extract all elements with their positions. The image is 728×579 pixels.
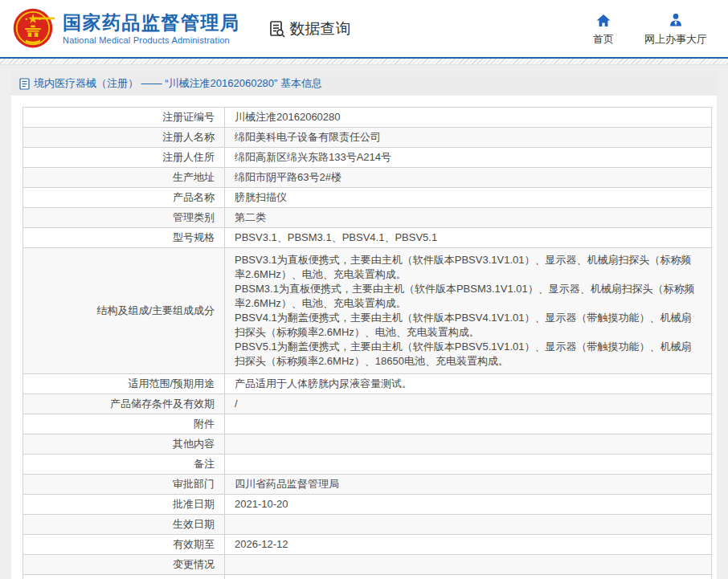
row-value: 绵阳市阴平路63号2#楼 (225, 168, 712, 188)
row-label: 注册人名称 (23, 128, 225, 148)
row-value: 详情 (225, 575, 712, 579)
row-label: 结构及组成/主要组成成分 (23, 248, 225, 374)
table-row: 产品储存条件及有效期 / (23, 394, 712, 414)
row-label: 审批部门 (23, 475, 225, 495)
brand: 国家药品监督管理局 National Medical Products Admi… (0, 7, 240, 51)
nav-home[interactable]: 首页 (587, 10, 620, 47)
table-row: 结构及组成/主要组成成分 PBSV3.1为直板便携式，主要由主机（软件版本PBS… (23, 248, 712, 374)
org-name-en: National Medical Products Administration (63, 35, 240, 45)
row-label: 生产地址 (23, 168, 225, 188)
row-label: 型号规格 (23, 228, 225, 248)
table-row: 型号规格 PBSV3.1、PBSM3.1、PBSV4.1、PBSV5.1 (23, 228, 712, 248)
row-value: 绵阳高新区绵兴东路133号A214号 (225, 148, 712, 168)
row-value (225, 455, 712, 475)
table-row: 生产地址 绵阳市阴平路63号2#楼 (23, 168, 712, 188)
row-value: 产品适用于人体膀胱内尿液容量测试。 (225, 374, 712, 394)
row-label: 附件 (23, 414, 225, 434)
home-icon (595, 10, 611, 28)
row-label: 其他内容 (23, 434, 225, 455)
row-value: / (225, 394, 712, 414)
row-value: 第二类 (225, 208, 712, 228)
row-value: 膀胱扫描仪 (225, 188, 712, 208)
hatch-band (0, 59, 728, 65)
document-icon (19, 78, 30, 90)
content-card: 境内医疗器械（注册） —— “川械注准20162060280” 基本信息 注册证… (11, 71, 717, 579)
row-value: 四川省药品监督管理局 (225, 475, 712, 495)
national-emblem-icon (11, 7, 55, 51)
row-value (225, 555, 712, 575)
table-row: 适用范围/预期用途 产品适用于人体膀胱内尿液容量测试。 (23, 374, 712, 394)
data-query-heading: 数据查询 (268, 18, 351, 39)
row-value (225, 434, 712, 455)
row-label: 注 (23, 575, 225, 579)
row-label: 适用范围/预期用途 (23, 374, 225, 394)
row-label: 批准日期 (23, 495, 225, 515)
row-label: 注册证编号 (23, 108, 225, 128)
row-value (225, 414, 712, 434)
table-row: 审批部门 四川省药品监督管理局 (23, 475, 712, 495)
row-value (225, 515, 712, 535)
table-row: 注册人名称 绵阳美科电子设备有限责任公司 (23, 128, 712, 148)
org-name-cn: 国家药品监督管理局 (63, 12, 240, 33)
row-value: 绵阳美科电子设备有限责任公司 (225, 128, 712, 148)
breadcrumb-text: 境内医疗器械（注册） —— “川械注准20162060280” 基本信息 (34, 76, 322, 91)
table-row: 其他内容 (23, 434, 712, 455)
row-label: 变更情况 (23, 555, 225, 575)
table-row: 注册证编号 川械注准20162060280 (23, 108, 712, 128)
info-table: 注册证编号 川械注准20162060280 注册人名称 绵阳美科电子设备有限责任… (22, 107, 712, 579)
breadcrumb: 境内医疗器械（注册） —— “川械注准20162060280” 基本信息 (11, 71, 717, 96)
table-row: 有效期至 2026-12-12 (23, 535, 712, 555)
nav-service-hall-label: 网上办事大厅 (644, 32, 707, 47)
user-icon (668, 10, 684, 28)
site-header: 国家药品监督管理局 National Medical Products Admi… (0, 0, 728, 57)
nav-home-label: 首页 (593, 32, 614, 47)
table-row: 备注 (23, 455, 712, 475)
row-label: 产品储存条件及有效期 (23, 394, 225, 414)
table-row: 注 详情 (23, 575, 712, 579)
row-value: 2021-10-20 (225, 495, 712, 515)
row-value: PBSV3.1、PBSM3.1、PBSV4.1、PBSV5.1 (225, 228, 712, 248)
table-row: 管理类别 第二类 (23, 208, 712, 228)
row-label: 注册人住所 (23, 148, 225, 168)
row-value: 川械注准20162060280 (225, 108, 712, 128)
row-value: 2026-12-12 (225, 535, 712, 555)
row-label: 管理类别 (23, 208, 225, 228)
row-label: 生效日期 (23, 515, 225, 535)
table-row: 附件 (23, 414, 712, 434)
table-row: 注册人住所 绵阳高新区绵兴东路133号A214号 (23, 148, 712, 168)
row-label: 备注 (23, 455, 225, 475)
row-value: PBSV3.1为直板便携式，主要由主机（软件版本PBSV3.1V1.01）、显示… (225, 248, 712, 374)
table-row: 变更情况 (23, 555, 712, 575)
table-row: 生效日期 (23, 515, 712, 535)
table-row: 产品名称 膀胱扫描仪 (23, 188, 712, 208)
row-label: 产品名称 (23, 188, 225, 208)
data-query-icon (268, 19, 287, 39)
nav-service-hall[interactable]: 网上办事大厅 (644, 10, 707, 47)
table-row: 批准日期 2021-10-20 (23, 495, 712, 515)
top-nav: 首页 网上办事大厅 (587, 10, 707, 47)
data-query-label: 数据查询 (290, 18, 351, 39)
row-label: 有效期至 (23, 535, 225, 555)
org-titles: 国家药品监督管理局 National Medical Products Admi… (63, 12, 240, 45)
